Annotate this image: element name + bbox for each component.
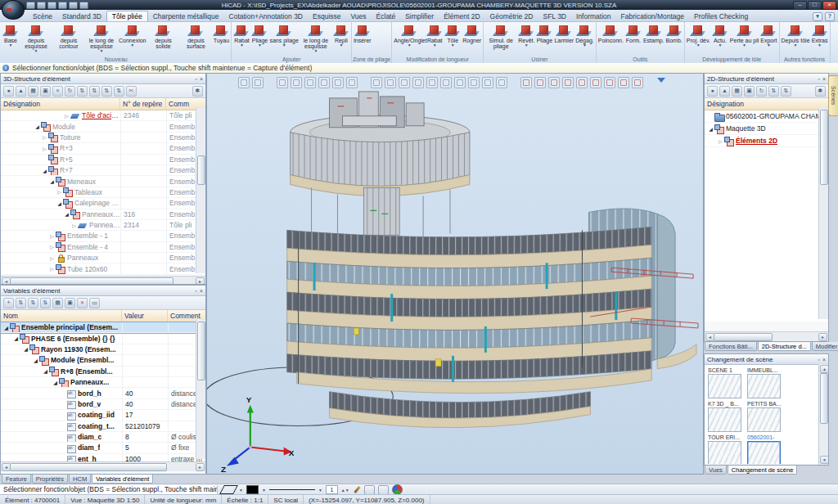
row-label[interactable]: Panneaux l... [89, 221, 120, 229]
ribbon-button-pliage[interactable]: Pliage [535, 22, 553, 44]
table-row[interactable]: ◢Maquette 3D [705, 123, 828, 135]
table-row[interactable]: ▷Panneaux l...2314Tôle pli [1, 220, 205, 231]
table-row[interactable]: ◢PHASE 6 (Ensemble) {} {} [1, 333, 205, 344]
ribbon-button-depuis-solide[interactable]: depuis solide [146, 22, 179, 50]
collapsed-expander-icon[interactable]: ▷ [41, 146, 48, 151]
tab-changement-de-sc-ne[interactable]: Changement de scène [728, 466, 797, 475]
ribbon-button-actu-[interactable]: Actu.▼ [711, 22, 729, 47]
rotate-left-icon[interactable] [482, 77, 493, 88]
refresh-icon[interactable]: ↻ [65, 86, 75, 97]
variable-value[interactable]: 5 [122, 443, 168, 452]
tab--l-ment-2d[interactable]: Élément 2D [439, 11, 484, 21]
ribbon-button-repli[interactable]: Repli▼ [332, 22, 350, 47]
sort-level-icon[interactable]: ⇅ [89, 86, 100, 97]
ribbon-button-export[interactable]: Export▼ [759, 22, 777, 47]
paste-icon[interactable]: ▣ [65, 298, 75, 308]
maximize-button[interactable]: □ [808, 1, 822, 10]
ribbon-button-tuyau[interactable]: Tuyau [212, 22, 230, 44]
pin-ribbon-icon[interactable]: ▾ [813, 12, 822, 21]
tab-sc-ne[interactable]: Scène [28, 11, 57, 21]
sheet-view-1-icon[interactable] [520, 77, 532, 88]
thumbnail-image[interactable] [747, 374, 781, 398]
select-mode-icon[interactable] [378, 485, 389, 495]
tab-fabrication-montage[interactable]: Fabrication/Montage [616, 11, 690, 21]
close-button[interactable]: × [822, 1, 836, 10]
collapsed-expander-icon[interactable]: ▷ [717, 138, 724, 144]
sort-az-icon[interactable]: ⇅ [77, 86, 88, 97]
add-variable-icon[interactable]: + [3, 298, 14, 308]
ribbon-button-angle-onglet[interactable]: Angle/Onglet▼ [393, 22, 426, 47]
column-valeur[interactable]: Valeur [122, 310, 168, 322]
sheet-view-2-icon[interactable] [534, 77, 546, 88]
scene-thumbnail-tour-eri-[interactable]: TOUR ERI... [708, 434, 743, 464]
row-label[interactable]: Calepinage d'élé... [74, 199, 120, 207]
table-row[interactable]: ▷ToitureEnsemb [1, 133, 205, 143]
row-label[interactable]: Éléments 2D [736, 137, 777, 145]
copy-icon[interactable]: ▦ [732, 86, 742, 97]
thumbnail-image[interactable] [747, 407, 781, 432]
table-row[interactable]: coating_iid17 [1, 410, 205, 421]
table-row[interactable]: bord_h40distance p [1, 388, 205, 398]
column-designation[interactable]: Désignation [705, 98, 828, 110]
undo-icon[interactable] [47, 2, 56, 9]
measure-icon[interactable] [304, 77, 316, 88]
row-label[interactable]: 05602001-GROUPAMA CHAM... [726, 112, 827, 120]
sheet-view-4-icon[interactable] [562, 77, 574, 88]
table-row[interactable]: ▷Ensemble - 1Ensemb [1, 231, 205, 241]
sheet-view-8-icon[interactable] [618, 77, 629, 88]
row-label[interactable]: Ensemble - 1 [67, 232, 108, 240]
ribbon-button-le-long-de-esquisse[interactable]: le long de esquisse▼ [300, 22, 332, 53]
collapsed-expander-icon[interactable]: ▷ [48, 244, 56, 250]
expanded-expander-icon[interactable]: ◢ [41, 168, 48, 173]
expanded-expander-icon[interactable]: ◢ [32, 358, 39, 363]
ribbon-button-bomb-[interactable]: Bomb. [665, 22, 683, 44]
sheet-view-7-icon[interactable] [604, 77, 615, 88]
view-axon-icon[interactable] [468, 77, 480, 88]
row-label[interactable]: Panneaux... [70, 378, 109, 386]
settings-gear-icon[interactable]: ✱ [192, 86, 203, 97]
ribbon-button-estamp-[interactable]: Estamp. [642, 22, 665, 44]
collapsed-expander-icon[interactable]: ▷ [70, 223, 78, 228]
tab-sfl-3d[interactable]: SFL 3D [538, 11, 572, 21]
ribbon-button-proj-d-v-[interactable]: Proj. dév.▼ [686, 22, 711, 47]
row-label[interactable]: Tableaux [74, 188, 102, 196]
tab-hcm[interactable]: HCM [69, 475, 91, 484]
sort-custom-icon[interactable]: ⇅ [114, 86, 124, 97]
expanded-expander-icon[interactable]: ◢ [2, 325, 10, 331]
ribbon-button-rabat[interactable]: Rabat▼ [426, 22, 444, 47]
redo-icon[interactable] [58, 2, 67, 9]
row-label[interactable]: R+5 [60, 155, 73, 164]
expanded-expander-icon[interactable]: ◢ [22, 346, 29, 352]
thumbnail-image[interactable] [747, 441, 781, 464]
scene-thumbnail-05602001-[interactable]: 05602001- [747, 434, 782, 464]
tab-esquisse[interactable]: Esquisse [308, 11, 346, 21]
row-label[interactable]: Ensemble - 4 [67, 243, 108, 251]
variable-name[interactable]: diam_c [78, 433, 101, 441]
pointer-icon[interactable]: ▲ [719, 86, 730, 97]
pin-icon[interactable]: ▫ [195, 76, 196, 82]
variables-hscrollbar[interactable]: ◄► [1, 461, 205, 471]
tab-t-le-pli-e[interactable]: Tôle pliée [106, 11, 148, 21]
tab-fonctions-b-ti-[interactable]: Fonctions Bâti... [705, 342, 757, 351]
structure-2d-vscrollbar[interactable] [818, 108, 828, 319]
ribbon-button-le-long-de-esquisse[interactable]: le long de esquisse▼ [85, 22, 118, 53]
table-row[interactable]: ◢ModuleEnsemb [1, 121, 205, 132]
column-nom[interactable]: Nom [1, 310, 122, 322]
tab-simplifier[interactable]: Simplifier [400, 11, 439, 21]
tab-cotation-annotation-3d[interactable]: Cotation+Annotation 3D [224, 11, 309, 21]
ribbon-button-rabat[interactable]: Rabat▼ [232, 22, 250, 47]
pin-icon[interactable]: ▫ [195, 288, 196, 294]
row-label[interactable]: Module (Ensembl... [51, 356, 114, 364]
tab--clat-[interactable]: Éclaté [372, 11, 401, 21]
collapsed-expander-icon[interactable]: ▷ [48, 233, 56, 239]
tab-propri-t-s[interactable]: Propriétés [32, 475, 68, 484]
variable-name[interactable]: diam_f [78, 443, 100, 452]
tab-modifier-propri-[interactable]: Modifier propri... [812, 342, 838, 351]
table-row[interactable]: ◢Panneaux lars...316Ensemb [1, 209, 205, 220]
expanded-expander-icon[interactable]: ◢ [52, 380, 59, 385]
tab-vues[interactable]: Vues [346, 11, 372, 21]
table-row[interactable]: ◢R+8 (Ensembl... [1, 367, 205, 377]
app-menu-button[interactable] [2, 0, 25, 20]
collapsed-expander-icon[interactable]: ▷ [41, 134, 48, 140]
sort-level-icon[interactable]: ⇅ [781, 86, 791, 97]
